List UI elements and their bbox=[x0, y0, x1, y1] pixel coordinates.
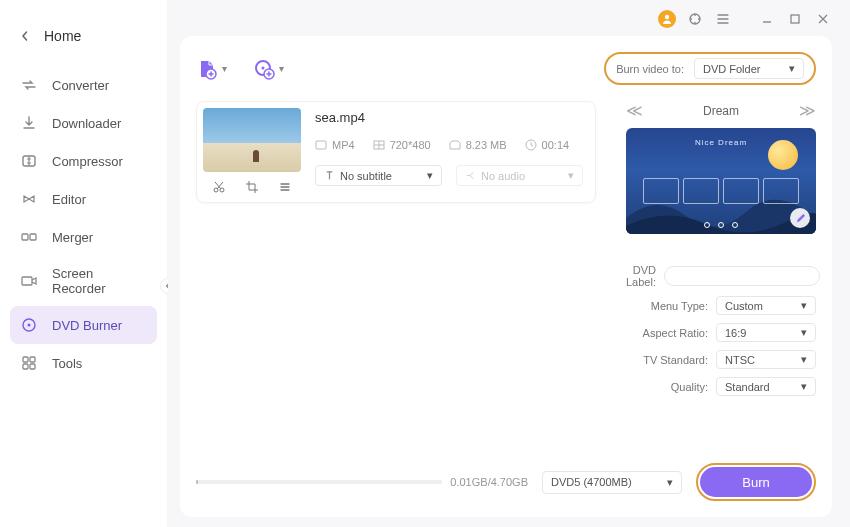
sidebar-item-label: Compressor bbox=[52, 154, 123, 169]
svg-rect-12 bbox=[791, 15, 799, 23]
video-thumbnail[interactable] bbox=[203, 108, 301, 172]
chevron-down-icon: ▾ bbox=[801, 326, 807, 339]
setting-label: DVD Label: bbox=[626, 264, 656, 288]
chevron-down-icon: ▾ bbox=[801, 353, 807, 366]
svg-rect-7 bbox=[30, 357, 35, 362]
svg-rect-2 bbox=[30, 234, 36, 240]
menu-preview[interactable]: Nice Dream bbox=[626, 128, 816, 234]
user-avatar-icon[interactable] bbox=[658, 10, 676, 28]
downloader-icon bbox=[20, 114, 38, 132]
next-menu-button[interactable]: ≫ bbox=[799, 101, 816, 120]
add-disc-button[interactable]: ▾ bbox=[253, 58, 284, 80]
disc-type-dropdown[interactable]: DVD5 (4700MB) ▾ bbox=[542, 471, 682, 494]
sidebar-item-label: Screen Recorder bbox=[52, 266, 147, 296]
prev-menu-button[interactable]: ≪ bbox=[626, 101, 643, 120]
menu-icon[interactable] bbox=[714, 10, 732, 28]
sidebar-item-converter[interactable]: Converter bbox=[10, 66, 157, 104]
file-size: 8.23 MB bbox=[466, 139, 507, 151]
menu-type-dropdown[interactable]: Custom▾ bbox=[716, 296, 816, 315]
content-panel: ▾ ▾ Burn video to: DVD Folder ▾ bbox=[180, 36, 832, 517]
dvd-icon bbox=[20, 316, 38, 334]
support-icon[interactable] bbox=[686, 10, 704, 28]
file-resolution: 720*480 bbox=[390, 139, 431, 151]
maximize-button[interactable] bbox=[786, 10, 804, 28]
menu-panel: ≪ Dream ≫ Nice Dream bbox=[626, 101, 816, 396]
aspect-ratio-dropdown[interactable]: 16:9▾ bbox=[716, 323, 816, 342]
close-button[interactable] bbox=[814, 10, 832, 28]
file-format: MP4 bbox=[332, 139, 355, 151]
edit-menu-button[interactable] bbox=[790, 208, 810, 228]
svg-point-10 bbox=[665, 15, 669, 19]
chevron-down-icon: ▾ bbox=[427, 169, 433, 182]
sidebar-item-downloader[interactable]: Downloader bbox=[10, 104, 157, 142]
sidebar-item-compressor[interactable]: Compressor bbox=[10, 142, 157, 180]
svg-rect-1 bbox=[22, 234, 28, 240]
sidebar-item-screen-recorder[interactable]: Screen Recorder bbox=[10, 256, 157, 306]
burn-target-selector: Burn video to: DVD Folder ▾ bbox=[604, 52, 816, 85]
svg-rect-8 bbox=[23, 364, 28, 369]
titlebar bbox=[168, 0, 850, 30]
chevron-down-icon: ▾ bbox=[801, 380, 807, 393]
merger-icon bbox=[20, 228, 38, 246]
add-file-button[interactable]: ▾ bbox=[196, 58, 227, 80]
converter-icon bbox=[20, 76, 38, 94]
subtitle-dropdown[interactable]: No subtitle ▾ bbox=[315, 165, 442, 186]
file-card[interactable]: sea.mp4 MP4 720*480 8.23 MB 00:14 No sub… bbox=[196, 101, 596, 203]
chevron-down-icon: ▾ bbox=[667, 476, 673, 489]
minimize-button[interactable] bbox=[758, 10, 776, 28]
tv-standard-dropdown[interactable]: NTSC▾ bbox=[716, 350, 816, 369]
sidebar-item-label: Tools bbox=[52, 356, 82, 371]
burn-button[interactable]: Burn bbox=[700, 467, 812, 497]
crop-button[interactable] bbox=[243, 178, 261, 196]
capacity-bar: 0.01GB/4.70GB bbox=[196, 476, 528, 488]
svg-rect-19 bbox=[316, 141, 326, 149]
recorder-icon bbox=[20, 272, 38, 290]
chevron-down-icon: ▾ bbox=[222, 63, 227, 74]
chevron-down-icon: ▾ bbox=[279, 63, 284, 74]
sidebar-item-label: Editor bbox=[52, 192, 86, 207]
sidebar-item-merger[interactable]: Merger bbox=[10, 218, 157, 256]
setting-label: Aspect Ratio: bbox=[626, 327, 708, 339]
setting-label: Quality: bbox=[626, 381, 708, 393]
burn-target-dropdown[interactable]: DVD Folder ▾ bbox=[694, 58, 804, 79]
file-list: sea.mp4 MP4 720*480 8.23 MB 00:14 No sub… bbox=[196, 101, 596, 396]
burn-target-label: Burn video to: bbox=[616, 63, 684, 75]
setting-label: Menu Type: bbox=[626, 300, 708, 312]
home-label: Home bbox=[44, 28, 81, 44]
chevron-down-icon: ▾ bbox=[568, 169, 574, 182]
home-link[interactable]: Home bbox=[0, 10, 167, 66]
capacity-text: 0.01GB/4.70GB bbox=[450, 476, 528, 488]
file-duration: 00:14 bbox=[542, 139, 570, 151]
back-icon bbox=[20, 28, 30, 44]
svg-point-5 bbox=[28, 324, 31, 327]
menu-template-name: Dream bbox=[703, 104, 739, 118]
chevron-down-icon: ▾ bbox=[801, 299, 807, 312]
sidebar-item-label: Merger bbox=[52, 230, 93, 245]
editor-icon bbox=[20, 190, 38, 208]
sidebar-item-label: Downloader bbox=[52, 116, 121, 131]
sidebar-item-dvd-burner[interactable]: DVD Burner bbox=[10, 306, 157, 344]
sun-graphic bbox=[768, 140, 798, 170]
sidebar-item-label: Converter bbox=[52, 78, 109, 93]
sidebar-item-editor[interactable]: Editor bbox=[10, 180, 157, 218]
setting-label: TV Standard: bbox=[626, 354, 708, 366]
dvd-settings: DVD Label: Menu Type: Custom▾ Aspect Rat… bbox=[626, 264, 816, 396]
toolbar: ▾ ▾ Burn video to: DVD Folder ▾ bbox=[196, 52, 816, 85]
sidebar-item-tools[interactable]: Tools bbox=[10, 344, 157, 382]
cut-button[interactable] bbox=[210, 178, 228, 196]
footer: 0.01GB/4.70GB DVD5 (4700MB) ▾ Burn bbox=[196, 451, 816, 501]
svg-rect-9 bbox=[30, 364, 35, 369]
dvd-label-input[interactable] bbox=[664, 266, 820, 286]
main-area: ▾ ▾ Burn video to: DVD Folder ▾ bbox=[168, 0, 850, 527]
svg-point-15 bbox=[262, 66, 265, 69]
file-name: sea.mp4 bbox=[315, 110, 583, 125]
quality-dropdown[interactable]: Standard▾ bbox=[716, 377, 816, 396]
chevron-down-icon: ▾ bbox=[789, 62, 795, 75]
sidebar: Home Converter Downloader Compressor Edi… bbox=[0, 0, 168, 527]
svg-rect-6 bbox=[23, 357, 28, 362]
tools-icon bbox=[20, 354, 38, 372]
audio-dropdown[interactable]: No audio ▾ bbox=[456, 165, 583, 186]
more-button[interactable] bbox=[276, 178, 294, 196]
svg-rect-3 bbox=[22, 277, 32, 285]
sidebar-item-label: DVD Burner bbox=[52, 318, 122, 333]
